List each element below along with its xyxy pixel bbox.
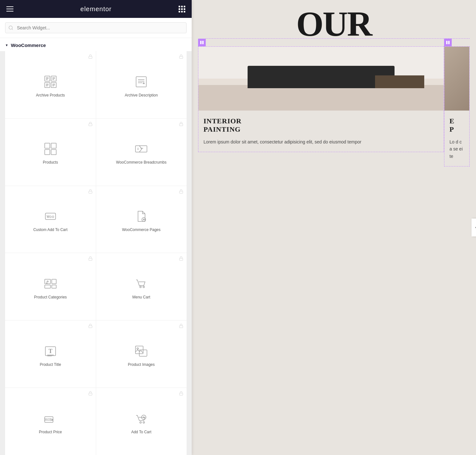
widget-archive-description[interactable]: Archive Description bbox=[96, 51, 187, 118]
widget-product-title[interactable]: T Product Title bbox=[5, 320, 96, 388]
product-image-2 bbox=[444, 47, 469, 111]
column-handle-1[interactable] bbox=[198, 39, 206, 46]
widget-product-images-label: Product Images bbox=[128, 362, 155, 367]
svg-rect-41 bbox=[45, 285, 50, 288]
svg-rect-53 bbox=[88, 326, 92, 328]
app-title: elementor bbox=[81, 5, 112, 13]
grid-menu-icon[interactable] bbox=[179, 6, 185, 12]
svg-point-62 bbox=[143, 421, 145, 423]
svg-rect-39 bbox=[180, 191, 183, 193]
section-arrow-icon: ▼ bbox=[5, 43, 8, 47]
svg-rect-26 bbox=[51, 150, 56, 155]
product-info-2: EP Lo d c a se ei te bbox=[444, 111, 469, 166]
svg-point-61 bbox=[140, 421, 142, 423]
widget-product-categories-label: Product Categories bbox=[34, 295, 67, 300]
widget-custom-add-to-cart-label: Custom Add To Cart bbox=[33, 227, 67, 233]
archive-products-lock-icon bbox=[88, 54, 93, 59]
svg-text:360$: 360$ bbox=[44, 418, 52, 421]
custom-add-to-cart-icon: Woo bbox=[43, 209, 58, 224]
woocommerce-pages-lock-icon bbox=[179, 189, 183, 194]
product-description-1: Lorem ipsum dolor sit amet, consectetur … bbox=[203, 138, 439, 145]
svg-rect-17 bbox=[88, 56, 92, 58]
product-price-lock-icon bbox=[88, 391, 93, 396]
woocommerce-pages-icon bbox=[134, 209, 149, 224]
products-lock-icon bbox=[88, 122, 93, 126]
svg-rect-68 bbox=[202, 41, 203, 44]
add-to-cart-lock-icon bbox=[179, 391, 183, 396]
widget-archive-products[interactable]: Archive Products bbox=[5, 51, 96, 118]
widget-add-to-cart[interactable]: Add To Cart bbox=[96, 388, 187, 455]
svg-rect-40 bbox=[45, 279, 50, 284]
section-label: WooCommerce bbox=[11, 42, 46, 48]
widget-products[interactable]: Products bbox=[5, 119, 96, 186]
widget-product-images[interactable]: Product Images bbox=[96, 320, 187, 388]
svg-rect-18 bbox=[136, 77, 146, 87]
menu-cart-icon bbox=[134, 276, 149, 291]
widgets-grid: Archive Products Archive Description bbox=[0, 51, 192, 455]
product-title-2: EP bbox=[449, 117, 464, 134]
chevron-left-icon bbox=[474, 226, 476, 229]
widget-menu-cart-label: Menu Cart bbox=[132, 295, 150, 300]
right-canvas: OUR bbox=[192, 0, 476, 455]
archive-description-lock-icon bbox=[179, 54, 183, 59]
svg-rect-35 bbox=[88, 191, 92, 193]
svg-rect-67 bbox=[200, 41, 202, 44]
widget-product-categories[interactable]: Product Categories bbox=[5, 253, 96, 320]
column-handle-2[interactable] bbox=[444, 39, 452, 46]
svg-rect-32 bbox=[180, 124, 183, 126]
svg-rect-45 bbox=[88, 258, 92, 260]
product-title-lock-icon bbox=[88, 324, 93, 328]
svg-rect-42 bbox=[52, 279, 56, 284]
svg-point-47 bbox=[143, 286, 145, 288]
svg-rect-23 bbox=[45, 143, 50, 148]
product-title-1: INTERIORPAINTING bbox=[203, 117, 439, 134]
widget-product-title-label: Product Title bbox=[40, 362, 61, 367]
widget-woocommerce-pages[interactable]: WooCommerce Pages bbox=[96, 186, 187, 253]
breadcrumbs-icon bbox=[134, 141, 149, 157]
product-image-1 bbox=[198, 47, 444, 111]
left-panel: elementor ▼ WooCommerce bbox=[0, 0, 192, 455]
widget-product-price[interactable]: 360$ Product Price bbox=[5, 388, 96, 455]
svg-text:T: T bbox=[49, 348, 52, 354]
svg-rect-57 bbox=[180, 326, 183, 328]
hamburger-menu-icon[interactable] bbox=[6, 6, 13, 12]
svg-point-46 bbox=[140, 286, 142, 288]
svg-rect-69 bbox=[446, 41, 448, 44]
product-images-icon bbox=[134, 343, 149, 359]
canvas-header: OUR bbox=[192, 0, 476, 38]
custom-add-to-cart-lock-icon bbox=[88, 189, 93, 194]
svg-rect-60 bbox=[88, 393, 92, 395]
product-title-icon: T bbox=[43, 343, 58, 359]
widget-breadcrumbs-label: WooCommerce Breadcrumbs bbox=[116, 160, 166, 165]
svg-rect-48 bbox=[180, 258, 183, 260]
add-to-cart-icon bbox=[134, 411, 149, 426]
svg-point-0 bbox=[9, 26, 12, 29]
search-input[interactable] bbox=[5, 22, 187, 33]
widget-menu-cart[interactable]: Menu Cart bbox=[96, 253, 187, 320]
widget-custom-add-to-cart[interactable]: Woo Custom Add To Cart bbox=[5, 186, 96, 253]
svg-rect-66 bbox=[180, 393, 183, 395]
canvas-columns-row: INTERIORPAINTING Lorem ipsum dolor sit a… bbox=[192, 39, 476, 166]
widget-add-to-cart-label: Add To Cart bbox=[131, 429, 151, 435]
section-header-woocommerce[interactable]: ▼ WooCommerce bbox=[0, 38, 192, 51]
search-bar bbox=[0, 18, 192, 38]
collapse-panel-button[interactable] bbox=[472, 219, 476, 236]
widget-archive-description-label: Archive Description bbox=[125, 93, 158, 98]
svg-rect-70 bbox=[448, 41, 449, 44]
widget-woocommerce-breadcrumbs[interactable]: WooCommerce Breadcrumbs bbox=[96, 119, 187, 186]
column-handle-icon-2 bbox=[446, 40, 450, 45]
products-icon bbox=[43, 141, 58, 157]
product-images-lock-icon bbox=[179, 324, 183, 328]
svg-rect-43 bbox=[52, 285, 56, 288]
svg-point-56 bbox=[137, 348, 139, 349]
svg-rect-24 bbox=[51, 143, 56, 148]
search-icon bbox=[8, 25, 13, 30]
svg-rect-22 bbox=[180, 56, 183, 58]
top-bar: elementor bbox=[0, 0, 192, 18]
breadcrumbs-lock-icon bbox=[179, 122, 183, 126]
svg-text:Woo: Woo bbox=[47, 214, 54, 219]
product-categories-lock-icon bbox=[88, 256, 93, 261]
widget-woocommerce-pages-label: WooCommerce Pages bbox=[122, 227, 161, 233]
product-column-1: INTERIORPAINTING Lorem ipsum dolor sit a… bbox=[198, 46, 444, 152]
product-description-2: Lo d c a se ei te bbox=[449, 138, 464, 160]
